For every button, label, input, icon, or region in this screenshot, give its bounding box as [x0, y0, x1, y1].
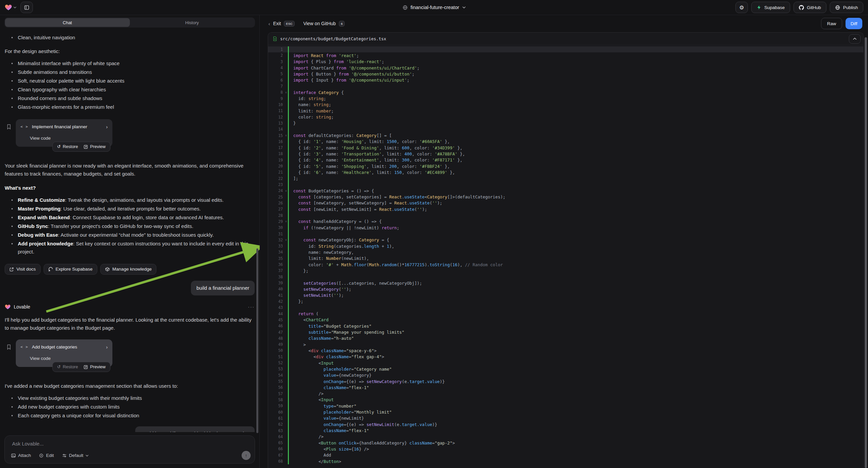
code-line[interactable]: 54 value={newCategory} [268, 372, 863, 378]
code-line[interactable]: 13} [268, 120, 863, 126]
code-line[interactable]: 53 placeholder="Category name" [268, 366, 863, 372]
code-line[interactable]: 31 [268, 231, 863, 237]
fold-chevron-icon[interactable]: ∨ [284, 134, 288, 137]
code-line[interactable]: 14 [268, 126, 863, 132]
composer[interactable]: Ask Lovable... Attach Edit [4, 435, 255, 464]
code-editor[interactable]: 12import React from 'react';3import { Pl… [268, 45, 863, 468]
supabase-button[interactable]: Supabase [751, 2, 790, 13]
window-scrollbar[interactable] [865, 37, 867, 468]
code-line[interactable]: 18 { id: '3', name: 'Transportation', li… [268, 151, 863, 157]
code-line[interactable]: 46 title="Budget Categories" [268, 323, 863, 329]
code-line[interactable]: 20 { id: '5', name: 'Shopping', limit: 2… [268, 163, 863, 169]
publish-button[interactable]: Publish [830, 2, 863, 13]
action-button-visit-docs[interactable]: Visit docs [5, 264, 40, 274]
code-line[interactable]: 66 <Plus size={16} /> [268, 446, 863, 452]
exit-button[interactable]: ‹ Exit ESC [269, 21, 294, 27]
code-line[interactable]: 25 const [categories, setCategories] = R… [268, 194, 863, 200]
composer-input[interactable]: Ask Lovable... [12, 441, 43, 446]
code-line[interactable]: 35 limit: Number(newLimit), [268, 256, 863, 262]
code-line[interactable]: 19 { id: '4', name: 'Entertainment', lim… [268, 157, 863, 163]
code-line[interactable]: 22]; [268, 176, 863, 182]
code-line[interactable]: 40 setNewCategory(''); [268, 286, 863, 292]
diff-button[interactable]: Diff [845, 18, 862, 29]
code-line[interactable]: 45 <ChartCard [268, 317, 863, 323]
view-code-link[interactable]: View code [30, 134, 108, 142]
code-line[interactable]: 44 return ( [268, 311, 863, 317]
code-line[interactable]: 43 [268, 304, 863, 311]
fold-chevron-icon[interactable]: ∨ [284, 220, 288, 223]
action-button-manage-knowledge[interactable]: Manage knowledge [100, 264, 156, 274]
code-line[interactable]: 5import { Button } from '@/components/ui… [268, 71, 863, 77]
restore-button[interactable]: ↺Restore [57, 363, 78, 371]
code-line[interactable]: 39 setCategories([...categories, newCate… [268, 280, 863, 286]
code-line[interactable]: 11 limit: number; [268, 108, 863, 114]
code-line[interactable]: 12 color: string; [268, 114, 863, 120]
code-line[interactable]: 27 const [newLimit, setNewLimit] = React… [268, 206, 863, 212]
code-line[interactable]: 17 { id: '2', name: 'Food & Dining', lim… [268, 145, 863, 151]
github-button[interactable]: GitHub [794, 2, 827, 13]
chat-message-list[interactable]: Clean, intuitive navigationFor the desig… [0, 28, 259, 432]
code-line[interactable]: 60 placeholder="Monthly limit" [268, 409, 863, 415]
code-line[interactable]: 10 name: string; [268, 102, 863, 108]
code-line[interactable]: 48 className="h-auto" [268, 335, 863, 342]
code-line[interactable]: 42 }; [268, 298, 863, 304]
file-header[interactable]: src/components/budget/BudgetCategories.t… [268, 33, 863, 45]
sidebar-toggle-button[interactable] [21, 2, 33, 13]
code-line[interactable]: 15∨const defaultCategories: Category[] =… [268, 132, 863, 138]
preview-button[interactable]: Preview [84, 143, 105, 151]
code-line[interactable]: 67 Add [268, 452, 863, 458]
code-line[interactable]: 65 <Button onClick={handleAddCategory} c… [268, 440, 863, 446]
lovable-logo[interactable] [5, 4, 17, 11]
bookmark-icon[interactable] [7, 345, 11, 350]
code-line[interactable]: 7 [268, 83, 863, 89]
view-code-link[interactable]: View code [30, 354, 108, 362]
code-line[interactable]: 62 onChange={(e) => setNewLimit(e.target… [268, 421, 863, 428]
code-line[interactable]: 56 className="flex-1" [268, 384, 863, 390]
restore-button[interactable]: ↺Restore [57, 143, 78, 151]
code-line[interactable]: 61 value={newLimit} [268, 415, 863, 421]
code-line[interactable]: 63 className="flex-1" [268, 428, 863, 433]
code-line[interactable]: 6import { Input } from '@/components/ui/… [268, 77, 863, 83]
message-menu-button[interactable]: ··· [248, 303, 255, 311]
code-line[interactable]: 4import ChartCard from '@/components/ui/… [268, 65, 863, 71]
action-button-explore-supabase[interactable]: Explore Supabase [43, 264, 97, 274]
code-line[interactable]: 1 [268, 46, 863, 52]
code-line[interactable]: 41 setNewLimit(''); [268, 292, 863, 298]
fold-chevron-icon[interactable]: ∨ [284, 189, 288, 193]
code-line[interactable]: 24∨const BudgetCategories = () => { [268, 188, 863, 194]
code-line[interactable]: 2import React from 'react'; [268, 52, 863, 58]
code-line[interactable]: 58 <Input [268, 397, 863, 403]
code-line[interactable]: 51 <div className="flex gap-4"> [268, 354, 863, 360]
tab-chat[interactable]: Chat [5, 18, 130, 27]
code-line[interactable]: 21 { id: '6', name: 'Healthcare', limit:… [268, 169, 863, 175]
collapse-button[interactable] [849, 34, 861, 43]
code-line[interactable]: 68 </Button> [268, 458, 863, 464]
fold-chevron-icon[interactable]: ∨ [284, 91, 288, 94]
code-line[interactable]: 38 [268, 274, 863, 280]
code-line[interactable]: 33 id: String(categories.length + 1), [268, 243, 863, 249]
code-line[interactable]: 29∨ const handleAddCategory = () => { [268, 218, 863, 225]
bookmark-icon[interactable] [7, 124, 11, 129]
preview-button[interactable]: Preview [84, 363, 105, 371]
code-line[interactable]: 49 > [268, 342, 863, 348]
code-line[interactable]: 47 subtitle="Manage your spending limits… [268, 329, 863, 335]
send-button[interactable]: ↑ [242, 451, 251, 460]
project-switcher[interactable]: financial-future-creator [402, 5, 465, 10]
code-line[interactable]: 26 const [newCategory, setNewCategory] =… [268, 200, 863, 206]
code-line[interactable]: 9 id: string; [268, 96, 863, 102]
fold-chevron-icon[interactable]: ∨ [284, 238, 288, 241]
code-line[interactable]: 50 <div className="space-y-6"> [268, 348, 863, 353]
settings-button[interactable]: ⚙ [736, 2, 748, 13]
code-line[interactable]: 23 [268, 182, 863, 188]
view-on-github-button[interactable]: View on GitHub 6 [303, 21, 345, 27]
code-line[interactable]: 34 name: newCategory, [268, 249, 863, 255]
code-line[interactable]: 37 }; [268, 268, 863, 273]
code-line[interactable]: 59 type="number" [268, 403, 863, 409]
tab-history[interactable]: History [130, 18, 255, 27]
code-line[interactable]: 36 color: '#' + Math.floor(Math.random()… [268, 262, 863, 268]
code-line[interactable]: 16 { id: '1', name: 'Housing', limit: 15… [268, 139, 863, 145]
code-line[interactable]: 28 [268, 212, 863, 218]
attach-button[interactable]: Attach [11, 453, 31, 458]
raw-button[interactable]: Raw [821, 18, 842, 29]
code-line[interactable]: 3import { Plus } from 'lucide-react'; [268, 59, 863, 65]
